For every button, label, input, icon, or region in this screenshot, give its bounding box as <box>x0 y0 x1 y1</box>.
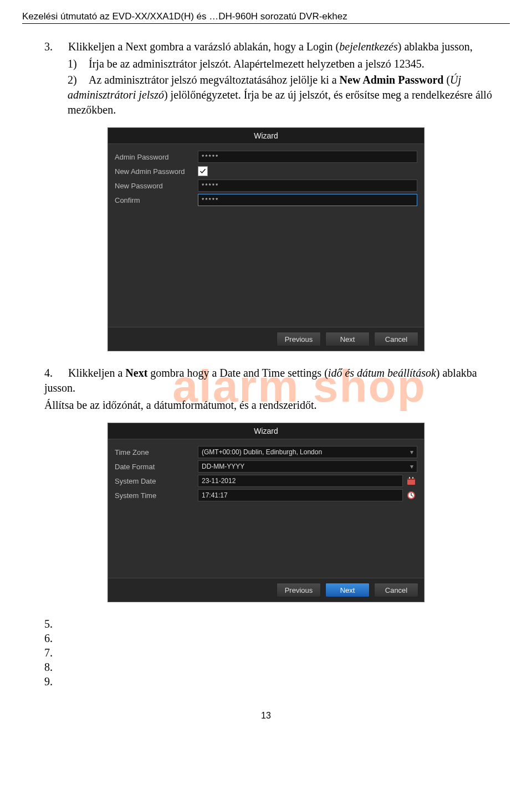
systemdate-input[interactable]: 23-11-2012 <box>198 475 403 487</box>
admin-password-row: Admin Password ***** <box>108 150 424 164</box>
timezone-select[interactable]: (GMT+00:00) Dublin, Edinburgh, London ▾ <box>198 446 417 458</box>
svg-rect-2 <box>409 477 410 479</box>
wizard-title: Wizard <box>108 128 424 144</box>
timezone-row: Time Zone (GMT+00:00) Dublin, Edinburgh,… <box>108 445 424 459</box>
timezone-label: Time Zone <box>115 448 198 456</box>
systemtime-label: System Time <box>115 491 198 500</box>
chevron-down-icon: ▾ <box>410 463 413 470</box>
new-admin-password-label: New Admin Password <box>115 167 198 176</box>
dateformat-row: Date Format DD-MM-YYYY ▾ <box>108 459 424 474</box>
svg-rect-1 <box>407 478 415 480</box>
list-item: 8. <box>44 660 510 674</box>
wizard-title: Wizard <box>108 423 424 439</box>
step4-paragraph: 4. Klikkeljen a Next gombra hogy a Date … <box>44 366 510 396</box>
confirm-label: Confirm <box>115 196 198 204</box>
cancel-button[interactable]: Cancel <box>374 583 418 597</box>
systemdate-row: System Date 23-11-2012 <box>108 474 424 488</box>
new-password-label: New Password <box>115 182 198 190</box>
new-password-input[interactable]: ***** <box>198 179 417 192</box>
systemtime-row: System Time 17:41:17 <box>108 488 424 502</box>
wizard-password-dialog: Wizard Admin Password ***** New Admin Pa… <box>108 127 424 351</box>
systemdate-label: System Date <box>115 477 198 485</box>
list-item: 7. <box>44 645 510 660</box>
step4-line2: Állítsa be az időzónát, a dátumformátumo… <box>44 398 510 413</box>
step3-sub1: 1)Írja be az adminisztrátor jelszót. Ala… <box>68 57 510 71</box>
wizard-footer: Previous Next Cancel <box>108 327 424 351</box>
trailing-number-list: 5. 6. 7. 8. 9. <box>44 617 510 689</box>
systemtime-input[interactable]: 17:41:17 <box>198 489 403 501</box>
step3-paragraph: 3. Klikkeljen a Next gombra a varázsló a… <box>44 39 510 54</box>
page-number: 13 <box>22 711 510 721</box>
svg-rect-3 <box>412 477 413 479</box>
new-password-row: New Password ***** <box>108 178 424 193</box>
previous-button[interactable]: Previous <box>277 332 321 346</box>
dateformat-select[interactable]: DD-MM-YYYY ▾ <box>198 460 417 473</box>
clock-icon[interactable] <box>405 490 417 501</box>
dateformat-label: Date Format <box>115 463 198 471</box>
new-admin-password-row: New Admin Password <box>108 164 424 178</box>
cancel-button[interactable]: Cancel <box>374 332 418 346</box>
confirm-input[interactable]: ***** <box>198 194 417 206</box>
new-admin-password-checkbox[interactable] <box>198 166 208 176</box>
admin-password-input[interactable]: ***** <box>198 151 417 163</box>
chevron-down-icon: ▾ <box>410 448 413 456</box>
step3-sub2: 2)Az adminisztrátor jelszó megváltoztatá… <box>68 73 510 117</box>
admin-password-label: Admin Password <box>115 153 198 161</box>
list-item: 5. <box>44 617 510 631</box>
calendar-icon[interactable] <box>405 475 417 486</box>
wizard-datetime-dialog: Wizard Time Zone (GMT+00:00) Dublin, Edi… <box>108 423 424 602</box>
confirm-row: Confirm ***** <box>108 193 424 207</box>
wizard-footer: Previous Next Cancel <box>108 578 424 602</box>
previous-button[interactable]: Previous <box>277 583 321 597</box>
doc-header: Kezelési útmutató az EVD-XX/XXA1D(H) és … <box>22 11 510 24</box>
list-item: 6. <box>44 631 510 645</box>
next-button[interactable]: Next <box>325 332 370 346</box>
next-button[interactable]: Next <box>325 583 370 597</box>
step-number: 3. <box>44 39 65 54</box>
step-number: 4. <box>44 366 65 381</box>
list-item: 9. <box>44 674 510 689</box>
checkmark-icon <box>200 168 206 175</box>
